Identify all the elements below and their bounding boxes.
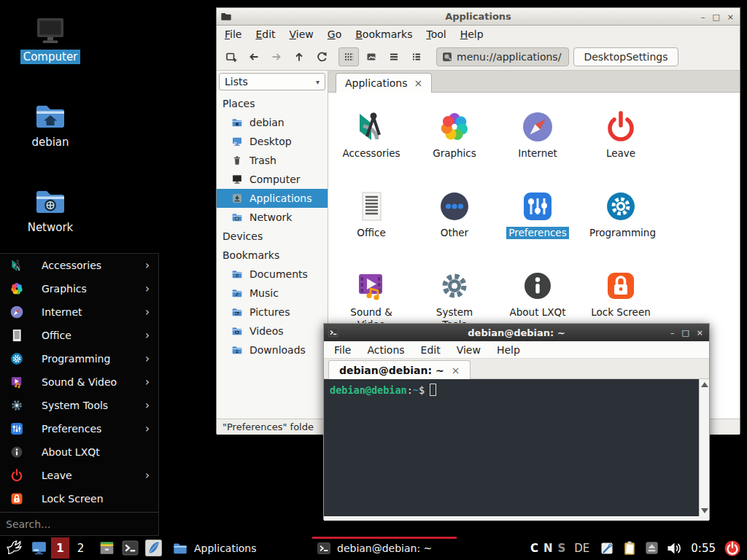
workspace-1-button[interactable]: 1 <box>51 537 69 559</box>
sound-video-icon <box>354 268 389 303</box>
screenshot-tray-icon[interactable] <box>598 540 616 557</box>
terminal-scrollbar[interactable] <box>699 379 709 516</box>
menu-edit[interactable]: Edit <box>255 28 275 40</box>
menu-bookmarks[interactable]: Bookmarks <box>355 28 412 40</box>
menu-item-sound-video[interactable]: Sound & Video › <box>0 370 158 394</box>
menu-item-office[interactable]: Office › <box>0 324 158 347</box>
clock[interactable]: 0:55 <box>691 542 716 555</box>
menu-file[interactable]: File <box>225 28 241 40</box>
desktop-icon-computer[interactable]: Computer <box>15 13 85 64</box>
submenu-arrow-icon: › <box>145 376 150 389</box>
app-item-preferences[interactable]: Preferences <box>496 179 579 259</box>
menu-file[interactable]: File <box>334 344 351 356</box>
quicklaunch-file-manager[interactable] <box>96 538 117 559</box>
menu-item-programming[interactable]: Programming › <box>0 347 158 370</box>
forward-button[interactable] <box>266 47 287 66</box>
menu-item-about-lxqt[interactable]: About LXQt <box>0 440 158 464</box>
show-desktop-button[interactable] <box>28 538 49 559</box>
sidebar-item-documents[interactable]: Documents <box>217 265 328 284</box>
desktop-icon-network[interactable]: Network <box>15 184 85 235</box>
menu-item-lock-screen[interactable]: Lock Screen <box>0 487 158 510</box>
sidebar-item-network[interactable]: Network <box>217 208 328 227</box>
sidebar-item-label: Trash <box>249 155 276 166</box>
app-item-office[interactable]: Office <box>330 179 413 259</box>
app-item-other[interactable]: Other <box>413 179 496 259</box>
compact-view-button[interactable] <box>384 47 404 66</box>
sidebar-item-music[interactable]: Music <box>217 284 328 303</box>
sidebar-item-trash[interactable]: Trash <box>217 151 328 170</box>
app-item-leave[interactable]: Leave <box>579 100 662 179</box>
menu-item-system-tools[interactable]: System Tools › <box>0 394 158 417</box>
icon-view-button[interactable] <box>338 47 359 66</box>
close-button[interactable]: × <box>697 329 703 337</box>
system-tools-icon <box>9 398 24 413</box>
menu-item-leave[interactable]: Leave › <box>0 464 158 487</box>
reload-button[interactable] <box>311 47 332 66</box>
menu-item-graphics[interactable]: Graphics › <box>0 277 158 300</box>
terminal-screen[interactable]: debian@debian:~$ <box>324 379 709 516</box>
clipboard-icon <box>621 540 638 557</box>
desktop-icon-debian[interactable]: debian <box>15 98 85 149</box>
app-item-graphics[interactable]: Graphics <box>413 100 496 179</box>
pictures-folder-icon <box>231 306 243 318</box>
keyboard-layout-indicator[interactable]: DE <box>574 542 589 555</box>
sidebar-item-downloads[interactable]: Downloads <box>217 341 328 359</box>
scroll-lock-indicator[interactable]: S <box>557 542 565 555</box>
sidebar-mode-select[interactable]: Lists ▾ <box>219 73 325 90</box>
menu-search-input[interactable] <box>0 518 158 530</box>
up-button[interactable] <box>289 47 309 66</box>
task-terminal[interactable]: debian@debian: ~ <box>312 536 457 560</box>
terminal-tab[interactable]: debian@debian: ~ × <box>328 360 471 379</box>
app-item-accessories[interactable]: Accessories <box>330 100 413 179</box>
menu-item-preferences[interactable]: Preferences › <box>0 417 158 440</box>
new-tab-button[interactable] <box>221 47 241 66</box>
terminal-titlebar[interactable]: debian@debian: ~ – □ × <box>324 324 709 341</box>
sidebar-item-desktop[interactable]: Desktop <box>217 132 328 151</box>
main-menu-button[interactable] <box>3 537 25 559</box>
clipboard-tray-icon[interactable] <box>621 540 638 557</box>
menu-edit[interactable]: Edit <box>421 344 441 356</box>
minimize-button[interactable]: – <box>701 13 705 21</box>
menu-item-internet[interactable]: Internet › <box>0 300 158 324</box>
workspace-2-button[interactable]: 2 <box>71 537 90 559</box>
quicklaunch-featherpad[interactable] <box>143 538 163 559</box>
thumbnail-view-button[interactable] <box>361 47 382 66</box>
scroll-down-icon[interactable] <box>701 508 708 513</box>
close-button[interactable]: × <box>727 13 734 21</box>
leave-button[interactable] <box>724 540 741 557</box>
menu-actions[interactable]: Actions <box>367 344 404 356</box>
menu-help[interactable]: Help <box>460 28 484 40</box>
window-title: debian@debian: ~ <box>324 327 709 338</box>
menu-view[interactable]: View <box>290 28 314 40</box>
detailed-view-button[interactable] <box>406 47 427 66</box>
app-item-internet[interactable]: Internet <box>496 100 579 179</box>
menu-go[interactable]: Go <box>328 28 341 40</box>
file-manager-titlebar[interactable]: Applications – □ × <box>217 8 740 26</box>
maximize-button[interactable]: □ <box>681 329 689 337</box>
app-item-programming[interactable]: Programming <box>579 179 662 259</box>
sidebar-item-computer[interactable]: Computer <box>217 170 328 189</box>
tab-close-icon[interactable]: × <box>414 77 423 89</box>
scroll-up-icon[interactable] <box>701 382 708 387</box>
caps-lock-indicator[interactable]: C <box>530 542 538 555</box>
maximize-button[interactable]: □ <box>712 13 719 21</box>
path-crumb-desktopsettings[interactable]: DesktopSettings <box>573 47 678 66</box>
tab-applications[interactable]: Applications × <box>336 73 432 93</box>
menu-view[interactable]: View <box>457 344 481 356</box>
menu-help[interactable]: Help <box>497 344 520 356</box>
path-crumb-current[interactable]: menu://applications/ <box>436 47 569 66</box>
menu-item-accessories[interactable]: Accessories › <box>0 254 158 277</box>
sidebar-item-applications[interactable]: Applications <box>217 189 328 208</box>
task-applications[interactable]: Applications <box>168 536 312 560</box>
tab-close-icon[interactable]: × <box>452 365 460 376</box>
minimize-button[interactable]: – <box>670 329 675 337</box>
quicklaunch-terminal[interactable] <box>120 538 140 559</box>
removable-media-tray-icon[interactable] <box>643 540 660 556</box>
sidebar-item-debian[interactable]: debian <box>217 113 328 132</box>
volume-tray-icon[interactable] <box>665 540 683 557</box>
sidebar-item-pictures[interactable]: Pictures <box>217 303 328 322</box>
num-lock-indicator[interactable]: N <box>543 542 553 555</box>
sidebar-item-videos[interactable]: Videos <box>217 322 328 341</box>
menu-tool[interactable]: Tool <box>426 28 446 40</box>
back-button[interactable] <box>244 47 264 66</box>
